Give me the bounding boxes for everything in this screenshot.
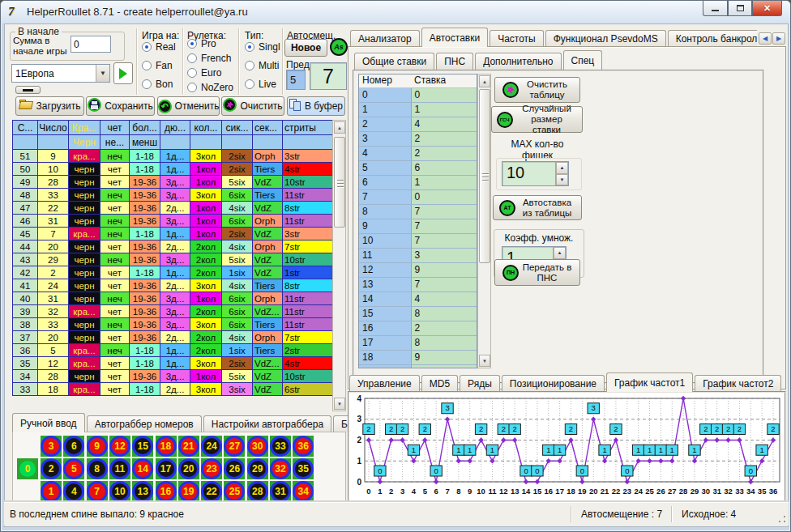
board-number-2[interactable]: 2 <box>41 458 62 479</box>
scroll-down-icon[interactable]: ▼ <box>334 398 345 410</box>
close-button[interactable]: ✕ <box>752 1 782 16</box>
scroll-up-icon[interactable]: ▲ <box>334 121 345 134</box>
bet-row[interactable]: 107 <box>359 234 477 249</box>
table-row[interactable]: 4031черннеч19-363д...1кол6sixOrph11str <box>13 292 333 305</box>
history-header-row[interactable]: С...ЧислоКра...четбол...дю...кол...сик..… <box>13 121 333 135</box>
table-row[interactable]: 3833черннеч19-363д...3кол6sixTiers11str <box>13 318 333 331</box>
board-number-20[interactable]: 20 <box>178 458 199 479</box>
tab-анализатор[interactable]: Анализатор <box>350 30 420 47</box>
table-row[interactable]: 3428чернчет19-363д...1кол5sixVdZ10str <box>13 370 333 383</box>
board-number-24[interactable]: 24 <box>201 436 222 457</box>
table-row[interactable]: 3318кра...чет1-182д...3кол3sixVdZ6str <box>13 383 333 396</box>
bet-row[interactable]: 70 <box>359 190 477 205</box>
tab-ряды[interactable]: Ряды <box>460 375 500 392</box>
bet-row[interactable]: 178 <box>359 336 477 351</box>
spin-up-icon[interactable]: ▲ <box>554 247 566 259</box>
board-number-15[interactable]: 15 <box>132 436 153 457</box>
bet-row[interactable]: 137 <box>359 278 477 292</box>
history-scrollbar[interactable]: ▲ ▼ <box>332 120 346 411</box>
radio-roulette-euro[interactable]: Euro <box>187 67 221 79</box>
board-number-1[interactable]: 1 <box>41 481 62 502</box>
scroll-up-icon[interactable]: ▲ <box>479 75 490 87</box>
bet-row[interactable]: 42 <box>359 147 477 161</box>
preset-combobox[interactable]: 1Европа ▼ <box>11 64 110 83</box>
play-button[interactable] <box>113 62 133 84</box>
tab-график-частот2[interactable]: График частот2 <box>695 375 781 392</box>
table-row[interactable]: 4329черннеч19-363д...2кол5sixVdZ10str <box>13 253 333 266</box>
board-number-10[interactable]: 10 <box>109 481 130 502</box>
clear-button[interactable]: Очистить <box>221 96 284 116</box>
tab-общие-ставки[interactable]: Общие ставки <box>354 53 434 70</box>
table-row[interactable]: 4420чернчет19-362д...2кол4sixOrph7str <box>13 240 333 253</box>
bet-row[interactable]: 162 <box>359 321 477 336</box>
tab-управление[interactable]: Управление <box>349 375 420 392</box>
board-number-14[interactable]: 14 <box>132 458 153 479</box>
tab-частоты[interactable]: Частоты <box>490 30 544 47</box>
title-bar[interactable]: 7 HelperRoullet 8.71 - create helperroul… <box>1 1 791 23</box>
tab-ручной-ввод[interactable]: Ручной ввод <box>12 413 85 432</box>
tab-контроль-банкролла[interactable]: Контроль банкролла <box>668 30 757 47</box>
tab-дополнительно[interactable]: Дополнительно <box>475 53 561 70</box>
radio-game-on-fan[interactable]: Fan <box>142 60 173 71</box>
table-row[interactable]: 3720чернчет19-362д...2кол4sixOrph7str <box>13 331 333 344</box>
bet-row[interactable]: 193 <box>359 365 477 368</box>
radio-roulette-french[interactable]: French <box>187 53 231 64</box>
bet-row[interactable]: 189 <box>359 351 477 365</box>
radio-type-live[interactable]: Live <box>245 79 276 90</box>
board-number-21[interactable]: 21 <box>178 436 199 457</box>
send-to-pns-button[interactable]: ПН Передать в ПНС <box>494 259 580 286</box>
board-number-35[interactable]: 35 <box>293 458 314 479</box>
radio-type-singl[interactable]: Singl <box>245 41 280 53</box>
scrollbar-thumb[interactable] <box>334 137 345 228</box>
bet-row[interactable]: 56 <box>359 161 477 176</box>
bet-row[interactable]: 61 <box>359 176 477 190</box>
tab-автограббер-номеров[interactable]: Автограббер номеров <box>87 415 202 432</box>
bet-row[interactable]: 113 <box>359 249 477 263</box>
spin-up-icon[interactable]: ▲ <box>556 162 568 174</box>
board-number-6[interactable]: 6 <box>63 436 84 457</box>
table-row[interactable]: 4124чернчет19-362д...3кол4sixTiers8str <box>13 279 333 292</box>
table-row[interactable]: 365кра...неч1-181д...2кол1sixTiers2str <box>13 344 333 357</box>
autoshift-as-button[interactable]: As <box>330 38 348 56</box>
board-number-11[interactable]: 11 <box>109 458 130 479</box>
board-number-36[interactable]: 36 <box>293 436 314 457</box>
table-row[interactable]: 519кра...неч1-181д...3кол2sixOrph3str <box>13 150 333 163</box>
board-number-25[interactable]: 25 <box>224 481 245 502</box>
undo-button[interactable]: ↶Отменить <box>157 96 220 116</box>
spin-down-icon[interactable]: ▼ <box>556 174 568 186</box>
tab-md5[interactable]: MD5 <box>421 375 458 392</box>
board-number-13[interactable]: 13 <box>132 481 153 502</box>
bet-row[interactable]: 97 <box>359 219 477 234</box>
board-number-4[interactable]: 4 <box>63 481 84 502</box>
bet-row[interactable]: 144 <box>359 292 477 307</box>
board-number-34[interactable]: 34 <box>293 481 314 502</box>
radio-roulette-pro[interactable]: Pro <box>187 38 216 49</box>
board-number-27[interactable]: 27 <box>224 436 245 457</box>
bets-scrollbar[interactable]: ▲ ▼ <box>477 74 491 368</box>
scroll-down-icon[interactable]: ▼ <box>479 355 490 367</box>
copy-clipboard-button[interactable]: В буфер <box>287 96 345 116</box>
scrollbar-thumb[interactable] <box>479 89 490 263</box>
table-row[interactable]: 3932кра...чет19-363д...2кол6sixVdZ...11s… <box>13 305 333 318</box>
board-number-5[interactable]: 5 <box>63 458 84 479</box>
table-row[interactable]: 4722чернчет19-362д...1кол4sixVdZ8str <box>13 202 333 215</box>
autobet-from-table-button[interactable]: АТ Автоставка из таблицы <box>493 195 582 220</box>
board-number-9[interactable]: 9 <box>87 436 108 457</box>
board-number-29[interactable]: 29 <box>247 458 268 479</box>
board-number-3[interactable]: 3 <box>41 436 62 457</box>
autoshift-new-button[interactable]: Новое <box>284 39 327 57</box>
history-subheader-row[interactable]: Чернне...менш <box>13 135 333 150</box>
tab-график-частот1[interactable]: График частот1 <box>606 372 693 392</box>
tab-настройки-автограббера[interactable]: Настройки автограббера <box>203 415 331 432</box>
board-number-32[interactable]: 32 <box>270 458 291 479</box>
board-number-18[interactable]: 18 <box>156 436 177 457</box>
board-number-26[interactable]: 26 <box>224 458 245 479</box>
minimize-button[interactable] <box>703 1 728 16</box>
tab-scroll-right-icon[interactable]: ▶ <box>772 32 785 45</box>
radio-type-multi[interactable]: Multi <box>245 60 279 71</box>
board-number-17[interactable]: 17 <box>156 458 177 479</box>
table-row[interactable]: 4928чернчет19-363д...1кол5sixVdZ10str <box>13 176 333 189</box>
radio-game-on-bon[interactable]: Bon <box>142 79 173 90</box>
chevron-down-icon[interactable]: ▼ <box>96 65 109 82</box>
bet-row[interactable]: 87 <box>359 205 477 219</box>
